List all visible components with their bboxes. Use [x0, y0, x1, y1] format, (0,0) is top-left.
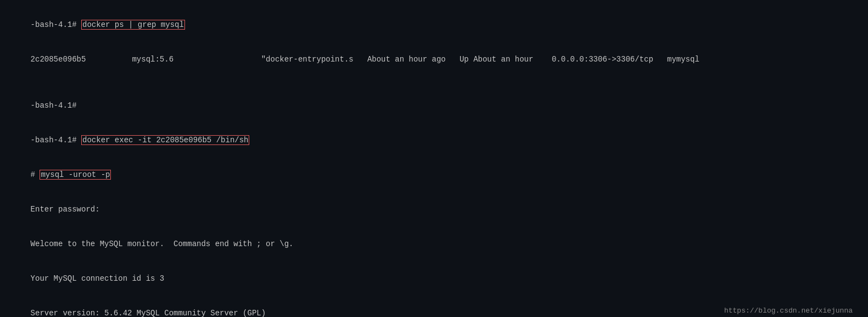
output-9: Your MySQL connection id is 3 [31, 274, 165, 283]
output-4: -bash-4.1# [31, 101, 77, 110]
line-8: Welcome to the MySQL monitor. Commands e… [12, 227, 856, 262]
highlight-6: mysql -uroot -p [40, 170, 111, 180]
line-2: 2c2085e096b5 mysql:5.6 "docker-entrypoin… [12, 42, 856, 77]
prompt-6: # [31, 170, 40, 179]
prompt-1: -bash-4.1# [31, 20, 81, 29]
output-7: Enter password: [31, 205, 100, 214]
output-8: Welcome to the MySQL monitor. Commands e… [31, 240, 294, 248]
line-6: # mysql -uroot -p [12, 158, 856, 192]
line-7: Enter password: [12, 192, 856, 227]
highlight-5: docker exec -it 2c2085e096b5 /bin/sh [81, 135, 249, 145]
terminal: -bash-4.1# docker ps | grep mysql 2c2085… [7, 4, 861, 317]
line-5: -bash-4.1# docker exec -it 2c2085e096b5 … [12, 123, 856, 158]
prompt-5: -bash-4.1# [31, 136, 81, 144]
line-4: -bash-4.1# [12, 88, 856, 123]
watermark: https://blog.csdn.net/xiejunna [724, 305, 853, 316]
output-2: 2c2085e096b5 mysql:5.6 "docker-entrypoin… [31, 55, 699, 64]
output-10: Server version: 5.6.42 MySQL Community S… [31, 309, 266, 317]
highlight-1: docker ps | grep mysql [81, 20, 185, 30]
line-1: -bash-4.1# docker ps | grep mysql [12, 8, 856, 42]
line-3 [12, 77, 856, 88]
line-9: Your MySQL connection id is 3 [12, 262, 856, 296]
